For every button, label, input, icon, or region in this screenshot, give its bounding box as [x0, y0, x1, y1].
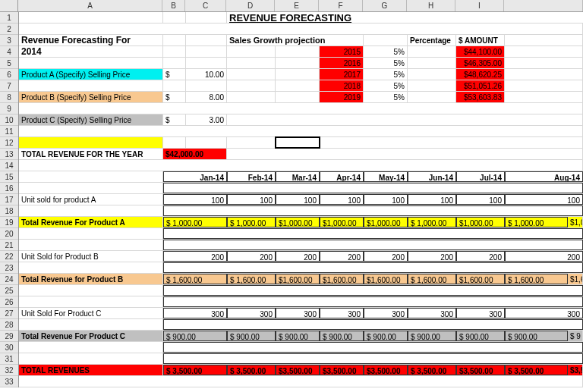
cell[interactable]: $ 3,500.00: [505, 365, 568, 375]
proj-year[interactable]: 2017: [320, 69, 364, 80]
cell[interactable]: $ 900.00: [227, 331, 276, 341]
cell[interactable]: [505, 58, 583, 68]
month-hdr[interactable]: Mar-14: [276, 171, 320, 182]
row-9[interactable]: 9: [0, 103, 18, 114]
cell[interactable]: [19, 228, 163, 239]
cell[interactable]: [19, 24, 583, 34]
cell[interactable]: [505, 46, 583, 57]
proj-pct[interactable]: 5%: [364, 69, 408, 80]
month-hdr[interactable]: Jul-14: [456, 171, 505, 182]
cell[interactable]: 300: [320, 308, 364, 318]
cell[interactable]: [19, 205, 163, 216]
cell[interactable]: [186, 46, 227, 57]
cell[interactable]: [505, 80, 583, 91]
cell[interactable]: [163, 296, 583, 307]
total-year-value[interactable]: $42,000.00: [163, 149, 227, 159]
cell[interactable]: [19, 342, 163, 353]
cell[interactable]: $ 1,000.00: [408, 217, 456, 227]
cell[interactable]: [19, 80, 163, 91]
cell[interactable]: [163, 285, 583, 296]
proj-pct[interactable]: 5%: [364, 92, 408, 102]
row-28[interactable]: 28: [0, 319, 18, 331]
cell[interactable]: [186, 80, 227, 91]
row-26[interactable]: 26: [0, 296, 18, 308]
proj-year[interactable]: 2018: [320, 80, 364, 91]
row-33[interactable]: 33: [0, 376, 18, 387]
cell[interactable]: $1,0: [568, 217, 583, 227]
cell[interactable]: [19, 262, 163, 273]
cell[interactable]: 200: [505, 251, 583, 262]
cell[interactable]: 200: [163, 251, 227, 262]
row-12[interactable]: 12: [0, 137, 18, 149]
row-8[interactable]: 8: [0, 92, 18, 103]
cell[interactable]: $ 1,600.00: [227, 274, 276, 284]
cell[interactable]: [163, 319, 583, 330]
cell[interactable]: [19, 376, 583, 387]
cell[interactable]: 300: [364, 308, 408, 318]
grid[interactable]: REVENUE FORECASTING Revenue Forecasting …: [19, 12, 583, 387]
month-hdr[interactable]: Aug-14: [505, 171, 583, 182]
row-21[interactable]: 21: [0, 240, 18, 251]
proj-pct[interactable]: 5%: [364, 46, 408, 57]
cell[interactable]: [186, 137, 227, 148]
cell[interactable]: [186, 35, 227, 45]
cell[interactable]: [163, 12, 186, 23]
price-b[interactable]: 8.00: [186, 92, 227, 102]
cell[interactable]: $1,6: [568, 274, 583, 284]
proj-amt[interactable]: $53,603.83: [456, 92, 505, 102]
label-product-a[interactable]: Product A (Specify) Selling Price: [19, 69, 163, 80]
cell[interactable]: $ 1,600.00: [505, 274, 568, 284]
cell[interactable]: [227, 149, 583, 159]
cell[interactable]: [19, 103, 583, 114]
cell[interactable]: [19, 296, 163, 307]
month-hdr[interactable]: Feb-14: [227, 171, 276, 182]
cell[interactable]: [227, 114, 583, 125]
row-4[interactable]: 4: [0, 46, 18, 58]
cell[interactable]: $ 3,500.00: [227, 365, 276, 375]
row-32[interactable]: 32: [0, 365, 18, 376]
row-2[interactable]: 2: [0, 24, 18, 35]
cell[interactable]: $1,600.00: [364, 274, 408, 284]
cell[interactable]: 200: [320, 251, 364, 262]
col-F[interactable]: F: [319, 0, 363, 11]
cell[interactable]: $ 1,600.00: [163, 274, 227, 284]
cell[interactable]: 300: [456, 308, 505, 318]
cell[interactable]: 200: [276, 251, 320, 262]
cell[interactable]: [227, 80, 276, 91]
cell[interactable]: [163, 353, 583, 364]
cell[interactable]: $ 900.00: [505, 331, 568, 341]
cell[interactable]: [364, 35, 408, 45]
col-J[interactable]: [504, 0, 583, 11]
cell[interactable]: $ 9: [568, 331, 583, 341]
row-13[interactable]: 13: [0, 149, 18, 160]
cell[interactable]: [276, 92, 320, 102]
cell[interactable]: $3,500.00: [364, 365, 408, 375]
row-18[interactable]: 18: [0, 205, 18, 217]
cell[interactable]: $ 900.00: [163, 331, 227, 341]
cell[interactable]: [276, 46, 320, 57]
cell[interactable]: 100: [456, 194, 505, 205]
cell[interactable]: 200: [364, 251, 408, 262]
proj-pct[interactable]: 5%: [364, 58, 408, 68]
cell[interactable]: $ 1,000.00: [227, 217, 276, 227]
cell[interactable]: $1,000.00: [456, 217, 505, 227]
cell[interactable]: [163, 228, 583, 239]
cell[interactable]: [408, 58, 456, 68]
cell[interactable]: $3,500.00: [276, 365, 320, 375]
cell[interactable]: [163, 205, 583, 216]
row-29[interactable]: 29: [0, 331, 18, 342]
cell[interactable]: $: [163, 114, 186, 125]
cell[interactable]: $1,000.00: [364, 217, 408, 227]
cell[interactable]: 100: [227, 194, 276, 205]
cell[interactable]: $ 1,600.00: [408, 274, 456, 284]
cell[interactable]: $ 3,500.00: [163, 365, 227, 375]
cell[interactable]: $ 900.00: [456, 331, 505, 341]
cell[interactable]: 300: [408, 308, 456, 318]
row-5[interactable]: 5: [0, 58, 18, 69]
cell[interactable]: $1,000.00: [276, 217, 320, 227]
col-B[interactable]: B: [162, 0, 185, 11]
cell[interactable]: [163, 35, 186, 45]
row-3[interactable]: 3: [0, 35, 18, 46]
row-16[interactable]: 16: [0, 183, 18, 194]
cell[interactable]: [505, 69, 583, 80]
